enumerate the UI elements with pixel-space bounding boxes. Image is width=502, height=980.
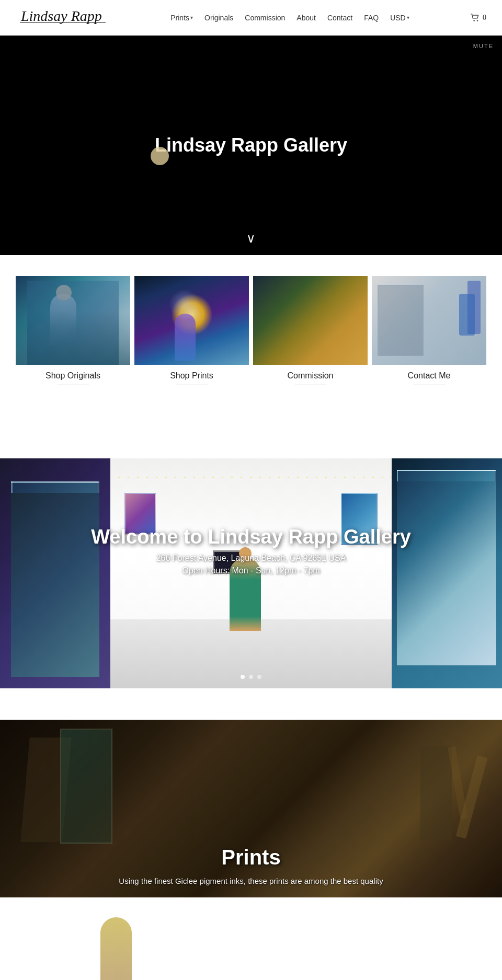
nav-link-commission[interactable]: Commission (245, 14, 285, 22)
prints-section: Prints Using the finest Giclee pigment i… (0, 720, 502, 897)
chevron-down-icon: ▾ (190, 15, 193, 20)
shop-card-commission[interactable]: Commission (253, 276, 368, 385)
svg-text:Lindsay Rapp: Lindsay Rapp (20, 8, 102, 24)
nav-link-currency[interactable]: USD (390, 14, 406, 22)
svg-point-2 (473, 20, 474, 21)
divider-originals (58, 385, 89, 385)
shop-card-prints[interactable]: Shop Prints (134, 276, 249, 385)
shop-image-commission (253, 276, 368, 365)
gallery-section: Welcome to Lindsay Rapp Gallery 266 Fore… (0, 458, 502, 688)
nav-item-faq[interactable]: FAQ (364, 13, 379, 22)
shop-label-prints: Shop Prints (170, 371, 213, 381)
gallery-dot-1[interactable] (241, 675, 245, 679)
divider-prints (176, 385, 208, 385)
prints-subtitle: Using the finest Giclee pigment inks, th… (98, 875, 404, 887)
shop-image-originals (16, 276, 130, 365)
nav-link-faq[interactable]: FAQ (364, 14, 379, 22)
shop-image-contact (372, 276, 486, 365)
spacer-1 (0, 406, 502, 437)
hero-title: Lindsay Rapp Gallery (155, 134, 347, 156)
spacer-2 (0, 688, 502, 720)
navbar: Lindsay Rapp Prints ▾ Originals Commissi… (0, 0, 502, 36)
gallery-dot-2[interactable] (249, 675, 253, 679)
site-logo[interactable]: Lindsay Rapp (16, 5, 110, 30)
divider-contact (414, 385, 445, 385)
nav-item-commission[interactable]: Commission (245, 13, 285, 22)
nav-item-contact[interactable]: Contact (327, 13, 352, 22)
svg-point-3 (477, 20, 478, 21)
nav-item-prints[interactable]: Prints ▾ (170, 14, 193, 22)
logo-svg: Lindsay Rapp (16, 5, 110, 26)
prints-title: Prints (221, 846, 280, 869)
shop-label-originals: Shop Originals (45, 371, 100, 381)
bottom-spacer (0, 897, 502, 918)
nav-item-about[interactable]: About (296, 13, 316, 22)
chevron-down-icon-currency: ▾ (407, 15, 409, 20)
shop-image-prints (134, 276, 249, 365)
gallery-hours: Open Hours: Mon - Sun, 12pm - 7pm (91, 566, 411, 575)
nav-item-currency[interactable]: USD ▾ (390, 14, 409, 22)
nav-item-originals[interactable]: Originals (204, 13, 233, 22)
gallery-dots (241, 675, 261, 679)
shop-label-contact: Contact Me (408, 371, 451, 381)
nav-links: Prints ▾ Originals Commission About Cont… (170, 13, 409, 22)
nav-link-about[interactable]: About (296, 14, 316, 22)
cart-icon (470, 14, 481, 22)
hero-section: MUTE Lindsay Rapp Gallery ∨ (0, 36, 502, 255)
gallery-address: 266 Forest Avenue, Laguna Beach, CA 9265… (91, 554, 411, 563)
gallery-overlay: Welcome to Lindsay Rapp Gallery 266 Fore… (91, 526, 411, 575)
cart-count: 0 (483, 14, 486, 22)
gallery-dot-3[interactable] (257, 675, 261, 679)
nav-link-originals[interactable]: Originals (204, 14, 233, 22)
mute-button[interactable]: MUTE (473, 43, 494, 49)
prints-content: Prints Using the finest Giclee pigment i… (0, 720, 502, 897)
scroll-down-icon[interactable]: ∨ (246, 231, 256, 246)
shop-card-originals[interactable]: Shop Originals (16, 276, 130, 385)
divider-commission (295, 385, 326, 385)
shop-grid: Shop Originals Shop Prints Commission (16, 276, 486, 385)
gallery-title: Welcome to Lindsay Rapp Gallery (91, 526, 411, 548)
shop-section: Shop Originals Shop Prints Commission (0, 255, 502, 406)
shop-label-commission: Commission (287, 371, 333, 381)
cart-button[interactable]: 0 (470, 14, 486, 22)
nav-link-prints[interactable]: Prints (170, 14, 189, 22)
nav-link-contact[interactable]: Contact (327, 14, 352, 22)
shop-card-contact[interactable]: Contact Me (372, 276, 486, 385)
